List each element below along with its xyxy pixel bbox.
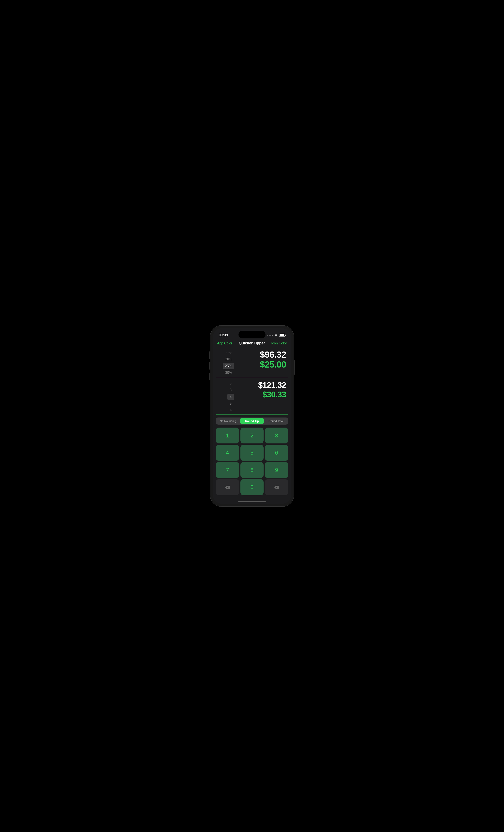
status-icons: [267, 334, 285, 337]
round-tip-option[interactable]: Round Tip: [240, 418, 264, 424]
nav-bar: App Color Quicker Tipper Icon Color: [213, 339, 291, 348]
phone-frame: 09:39 App Color: [210, 326, 294, 506]
rounding-selector[interactable]: No Rounding Round Tip Round Total: [216, 417, 288, 424]
key-5[interactable]: 5: [240, 445, 264, 461]
tip-section: 15% 20% 25% 30% $96.32 $25.00: [213, 348, 291, 376]
percent-picker[interactable]: 15% 20% 25% 30%: [217, 350, 234, 376]
tip-divider: [216, 378, 288, 378]
per-person-amount: $30.33: [263, 390, 286, 399]
no-rounding-option[interactable]: No Rounding: [216, 418, 240, 424]
app-color-button[interactable]: App Color: [217, 341, 232, 345]
status-time: 09:39: [219, 333, 228, 337]
split-amounts: $121.32 $30.33: [234, 381, 287, 413]
tip-amounts: $96.32 $25.00: [234, 350, 287, 376]
home-bar: [238, 501, 266, 502]
main-content: 15% 20% 25% 30% $96.32 $25.00 2 3 4 5: [213, 348, 291, 504]
people-item-6[interactable]: 6: [228, 407, 234, 413]
key-4[interactable]: 4: [216, 445, 239, 461]
wifi-icon: [274, 334, 278, 337]
key-delete-left[interactable]: [216, 479, 239, 495]
split-divider: [216, 415, 288, 415]
phone-screen: 09:39 App Color: [213, 328, 291, 504]
bill-amount: $96.32: [260, 350, 286, 360]
people-item-4[interactable]: 4: [227, 394, 234, 400]
key-6[interactable]: 6: [265, 445, 288, 461]
key-delete-right[interactable]: [265, 479, 288, 495]
key-2[interactable]: 2: [240, 427, 264, 444]
split-section: 2 3 4 5 6 $121.32 $30.33: [213, 380, 291, 413]
percent-item-15[interactable]: 15%: [224, 350, 234, 356]
signal-icon: [267, 335, 273, 336]
backspace-icon-2: [274, 485, 280, 490]
total-amount: $121.32: [258, 381, 286, 390]
battery-icon: [279, 334, 285, 337]
app-title: Quicker Tipper: [239, 341, 265, 345]
backspace-icon: [224, 485, 230, 490]
key-1[interactable]: 1: [216, 427, 239, 444]
key-0[interactable]: 0: [240, 479, 264, 495]
people-picker[interactable]: 2 3 4 5 6: [217, 381, 234, 413]
keypad: 1 2 3 4 5 6 7 8 9 0: [213, 426, 291, 500]
key-8[interactable]: 8: [240, 462, 264, 478]
percent-item-25[interactable]: 25%: [223, 363, 234, 369]
home-indicator: [213, 500, 291, 504]
people-item-2[interactable]: 2: [228, 381, 234, 387]
people-item-5[interactable]: 5: [227, 400, 234, 407]
key-9[interactable]: 9: [265, 462, 288, 478]
icon-color-button[interactable]: Icon Color: [271, 341, 287, 345]
percent-item-20[interactable]: 20%: [223, 356, 234, 362]
round-total-option[interactable]: Round Total: [264, 418, 288, 424]
key-7[interactable]: 7: [216, 462, 239, 478]
tip-amount: $25.00: [260, 360, 286, 369]
percent-item-30[interactable]: 30%: [223, 370, 234, 376]
dynamic-island: [239, 331, 265, 338]
people-item-3[interactable]: 3: [227, 387, 234, 393]
key-3[interactable]: 3: [265, 427, 288, 444]
